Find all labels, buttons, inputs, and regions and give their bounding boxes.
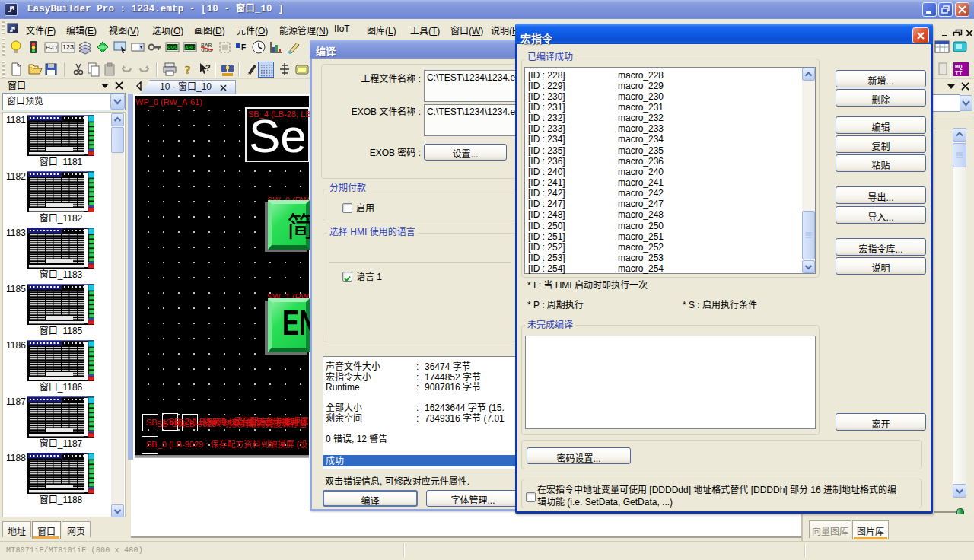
svg-text:F: F xyxy=(241,43,246,52)
svg-text:?: ? xyxy=(205,63,211,72)
svg-text:TT: TT xyxy=(955,69,963,76)
svg-text:999: 999 xyxy=(167,45,178,51)
svg-text:?: ? xyxy=(185,64,191,76)
svg-text:123: 123 xyxy=(62,43,74,51)
svg-text:ABC: ABC xyxy=(185,45,196,51)
svg-text:H-O: H-O xyxy=(46,44,57,51)
